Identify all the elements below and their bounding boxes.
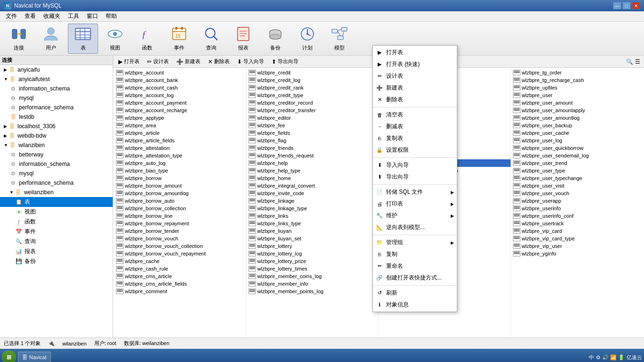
ctx-delete-table[interactable]: ✕ 删除表 [373, 94, 457, 106]
table-item[interactable]: wlzbpre_attestation_type [114, 152, 246, 159]
ctx-reduce-table[interactable]: － 删减表 [373, 121, 457, 132]
sub-delete-btn[interactable]: ✕ 删除表 [205, 57, 233, 66]
table-item[interactable]: wlzbpre_vip_card [511, 227, 644, 235]
table-item[interactable]: wlzbpre_userapp [511, 197, 644, 205]
sidebar-item-events[interactable]: 📅 事件 [0, 227, 113, 237]
table-item[interactable]: wlzbpre_credit_rank [247, 84, 379, 91]
table-item[interactable]: wlzbpre_member_coins_log [247, 272, 379, 280]
table-item[interactable]: wlzbpre_user_cache [511, 129, 644, 137]
table-item[interactable]: wlzbpre_invite_code [247, 189, 379, 197]
toolbar-plan[interactable]: 计划 [292, 24, 322, 54]
table-item[interactable]: wlzbpre_account_payment [114, 99, 246, 107]
toolbar-model[interactable]: 模型 [324, 24, 355, 54]
table-item[interactable]: wlzbpre_tg_order [511, 69, 644, 76]
sidebar-item-betterway[interactable]: ⚙ betterway [0, 150, 113, 159]
table-item[interactable]: wlzbpre_borrow_tender [114, 227, 246, 235]
table-item[interactable]: wlzbpre_user_amountlog [511, 114, 644, 122]
sidebar-item-wilanziben[interactable]: ▼ 🗄 wilanziben [0, 140, 113, 150]
table-item[interactable]: wlzbpre_credit_log [247, 76, 379, 84]
taskbar-navicat[interactable]: 🗄 Navicat [18, 352, 51, 362]
start-button[interactable]: ⊞ [2, 351, 16, 362]
toolbar-table[interactable]: 表 [68, 24, 98, 54]
table-item[interactable]: wlzbpre_user_sendemail_log [511, 152, 644, 159]
table-item[interactable]: wlzbpre_fields [247, 129, 379, 137]
sidebar-item-perf-schema2[interactable]: ⚙ performance_schema [0, 178, 113, 188]
table-item[interactable]: wlzbpre_userinfo [511, 205, 644, 212]
sidebar-item-weilanziben[interactable]: ▼ 🗄 weilanziben [0, 188, 113, 197]
table-item[interactable]: wlzbpre_friends [247, 144, 379, 152]
sidebar-item-functions[interactable]: ƒ 函数 [0, 217, 113, 227]
table-item[interactable]: wlzbpre_userinfo_conf [511, 212, 644, 220]
table-item[interactable]: wlzbpre_user_typechange [511, 174, 644, 182]
sidebar-item-mysql2[interactable]: ⚙ mysql [0, 169, 113, 178]
table-item[interactable]: wlzbpre_user_amount [511, 99, 644, 107]
sub-open-btn[interactable]: ▶ 打开表 [115, 57, 143, 66]
table-item[interactable]: wlzbpre_borrow_vouch [114, 235, 246, 242]
table-item[interactable]: wlzbpre_integral_convert [247, 182, 379, 189]
ctx-maintenance[interactable]: 🔧 维护 [373, 210, 457, 222]
table-item[interactable]: wlzbpre_user [511, 91, 644, 99]
table-item[interactable]: wlzbpre_tg_recharge_cash [511, 76, 644, 84]
ctx-export-wizard[interactable]: ⬆ 导出向导 [373, 171, 457, 183]
ctx-open-quick[interactable]: ▶ 打开表 (快速) [373, 58, 457, 70]
table-item[interactable]: wlzbpre_lottery [247, 242, 379, 250]
ctx-create-shortcut[interactable]: 🔗 创建打开表快捷方式... [373, 272, 457, 284]
table-item[interactable]: wlzbpre_user_type [511, 167, 644, 174]
menu-favorites[interactable]: 收藏夹 [40, 11, 64, 21]
table-item[interactable]: wlzbpre_credit_type [247, 91, 379, 99]
table-item[interactable]: wlzbpre_borrow_collection [114, 205, 246, 212]
ctx-manage-group[interactable]: 📁 管理组 [373, 237, 457, 248]
menu-window[interactable]: 窗口 [83, 11, 102, 21]
table-item[interactable]: wlzbpre_help [247, 159, 379, 167]
table-item[interactable]: wlzbpre_help_type [247, 167, 379, 174]
ctx-copy-item[interactable]: ⎘ 复制 [373, 248, 457, 260]
minimize-button[interactable]: — [613, 2, 621, 9]
toolbar-report[interactable]: 报表 [228, 24, 258, 54]
table-item[interactable]: wlzbpre_member_points_log [247, 288, 379, 295]
ctx-reverse-model[interactable]: 📐 逆向表到模型... [373, 222, 457, 233]
table-item[interactable]: wlzbpre_borrow_vouch_repayment [114, 250, 246, 257]
table-item[interactable]: wlzbpre_fee [247, 122, 379, 129]
table-item[interactable]: wlzbpre_flag [247, 137, 379, 144]
toolbar-event[interactable]: 15 事件 [164, 24, 194, 54]
table-item[interactable]: wlzbpre_user_visit [511, 182, 644, 189]
toolbar-function[interactable]: ƒ 函数 [132, 24, 162, 54]
table-item[interactable]: wlzbpre_borrow_auto [114, 197, 246, 205]
table-item[interactable]: wlzbpre_borrow_repayment [114, 220, 246, 227]
table-item[interactable]: wlzbpre_attestation [114, 144, 246, 152]
menu-view[interactable]: 查看 [21, 11, 40, 21]
table-item[interactable]: wlzbpre_borrow_line [114, 212, 246, 220]
sidebar-item-testdb[interactable]: 🗄 testdb [0, 112, 113, 122]
table-item[interactable]: wlzbpre_editor [247, 114, 379, 122]
ctx-import-wizard[interactable]: ⬇ 导入向导 [373, 159, 457, 171]
sidebar-item-anyicaifutest[interactable]: ▼ 🗄 anyicaifutest [0, 74, 113, 84]
sidebar-item-webdb[interactable]: ▶ 🗄 webdb-bdw [0, 131, 113, 140]
ctx-copy-table[interactable]: ⎘ 复制表 [373, 132, 457, 144]
table-item[interactable]: wlzbpre_account_bank [114, 76, 246, 84]
menu-help[interactable]: 帮助 [102, 11, 121, 21]
table-item[interactable]: wlzbpre_auto_log [114, 159, 246, 167]
sub-import-btn[interactable]: ⬇ 导入向导 [234, 57, 267, 66]
sidebar-item-info-schema2[interactable]: ⚙ information_schema [0, 159, 113, 169]
table-item[interactable]: wlzbpre_home [247, 174, 379, 182]
ctx-object-info[interactable]: ℹ 对象信息 [373, 299, 457, 311]
ctx-set-permission[interactable]: 🔒 设置权限 [373, 144, 457, 156]
sidebar-item-queries[interactable]: 🔍 查询 [0, 237, 113, 247]
table-item[interactable]: wlzbpre_borrow_vouch_collection [114, 242, 246, 250]
table-item[interactable]: wlzbpre_creditor_transfer [247, 107, 379, 114]
ctx-clear-table[interactable]: 🗑 清空表 [373, 109, 457, 121]
sidebar-item-localhost[interactable]: ▶ 🗄 localhost_3306 [0, 122, 113, 131]
toolbar-connect[interactable]: 连接 [4, 24, 34, 54]
table-item[interactable]: wlzbpre_vip_user [511, 242, 644, 250]
table-item[interactable]: wlzbpre_vip_card_type [511, 235, 644, 242]
menu-tools[interactable]: 工具 [64, 11, 83, 21]
sub-new-btn[interactable]: ➕ 新建表 [173, 57, 204, 66]
table-item[interactable]: wlzbpre_usertrack [511, 220, 644, 227]
sub-design-btn[interactable]: ✏ 设计表 [144, 57, 172, 66]
table-item[interactable]: wlzbpre_area [114, 122, 246, 129]
table-item[interactable]: wlzbpre_liuyan [247, 227, 379, 235]
table-item[interactable]: wlzbpre_user_trend [511, 159, 644, 167]
close-button[interactable]: ✕ [632, 2, 640, 9]
table-item[interactable]: wlzbpre_borrow [114, 174, 246, 182]
ctx-open-table[interactable]: ▶ 打开表 [373, 47, 457, 58]
